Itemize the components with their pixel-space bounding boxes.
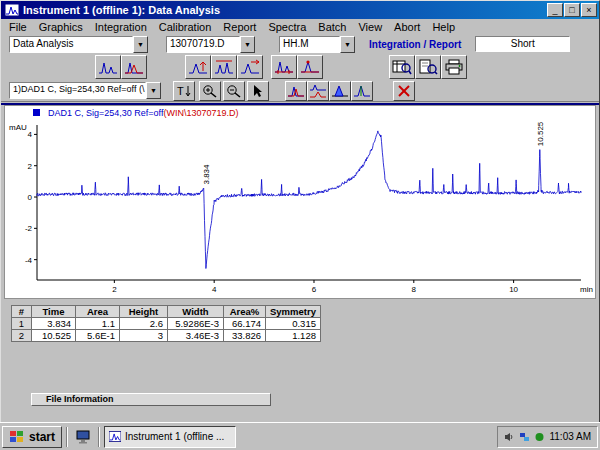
baseline-display-button[interactable] [351,81,373,101]
network-icon[interactable] [519,432,530,442]
start-button[interactable]: start [2,426,62,448]
app-icon [5,4,19,16]
results-header-cell: Symmetry [266,306,321,318]
chromatogram-trace [37,131,581,269]
signal-compare-button[interactable] [211,55,237,79]
method-selector[interactable]: HH.M ▼ [279,36,355,53]
chevron-down-icon[interactable]: ▼ [340,36,355,53]
signal-selector[interactable]: 1)DAD1 C, Sig=254,30 Ref=off (\ ▼ [9,82,161,99]
results-header-cell: Width [168,306,224,318]
close-button[interactable]: × [581,3,597,17]
report-style-field[interactable]: Short [475,36,570,52]
results-cell: 66.174 [224,318,266,330]
quicklaunch-button[interactable] [72,426,94,448]
document-magnifier-icon [418,59,438,75]
report-view-button[interactable] [415,55,441,79]
file-information-bar[interactable]: File Information [31,393,271,406]
results-cell: 5.9286E-3 [168,318,224,330]
peak-baseline-icon [353,84,371,98]
results-cell: 1.128 [266,330,321,342]
desktop-icon [75,430,91,444]
signal-shift-button[interactable] [237,55,263,79]
menu-abort[interactable]: Abort [388,20,426,34]
menu-spectra[interactable]: Spectra [262,20,312,34]
chromatogram-plot[interactable]: mAU-4-2024246810min3.83410.525 [5,119,595,296]
integration-events-icon [300,59,320,75]
minimize-button[interactable]: _ [547,3,563,17]
table-row[interactable]: 13.8341.12.65.9286E-366.1740.315 [12,318,321,330]
stacked-peaks-icon [309,84,327,98]
auto-integrate-button[interactable] [271,55,297,79]
section-label: Integration / Report [369,39,461,50]
taskbar-divider [98,427,100,447]
toolbar-row-1: Data Analysis ▼ 13070719.D ▼ HH.M ▼ Inte… [1,34,599,54]
menu-help[interactable]: Help [426,20,461,34]
view-selector-value[interactable]: Data Analysis [9,36,133,53]
chevron-down-icon[interactable]: ▼ [240,36,255,53]
results-cell: 1.1 [76,318,120,330]
status-icon[interactable] [534,432,545,442]
pointer-tool-button[interactable] [247,81,269,101]
data-file-selector[interactable]: 13070719.D ▼ [166,36,255,53]
filled-peak-icon [331,84,349,98]
table-row[interactable]: 210.5255.6E-133.46E-333.8261.128 [12,330,321,342]
load-signal-button[interactable] [95,55,121,79]
chart-file-label: (WIN\13070719.D) [163,108,238,118]
cursor-arrow-icon [250,84,266,98]
results-header-cell: Area [76,306,120,318]
x-axis-unit: min [580,285,593,294]
results-header-cell: Time [32,306,76,318]
app-icon [109,431,121,442]
results-header-cell: Height [120,306,168,318]
overlay-mode-button[interactable] [285,81,307,101]
results-cell: 3 [120,330,168,342]
menu-file[interactable]: File [3,20,33,34]
signal-color-icon [33,109,40,116]
signal-options-button[interactable] [185,55,211,79]
y-tick-label: 0 [28,193,33,202]
results-header-cell: # [12,306,32,318]
fill-peaks-button[interactable] [329,81,351,101]
title-bar[interactable]: Instrument 1 (offline 1): Data Analysis … [1,1,599,19]
task-button-label: Instrument 1 (offline ... [125,431,224,442]
app-window: Instrument 1 (offline 1): Data Analysis … [0,0,600,422]
signal-selector-value[interactable]: 1)DAD1 C, Sig=254,30 Ref=off (\ [9,82,146,99]
overlay-signal-button[interactable] [121,55,147,79]
menu-bar: FileGraphicsIntegrationCalibrationReport… [1,19,599,34]
task-button-instrument[interactable]: Instrument 1 (offline ... [104,426,236,448]
chevron-down-icon[interactable]: ▼ [146,82,161,99]
integration-events-button[interactable] [297,55,323,79]
peak-up-arrow-icon [188,59,208,75]
y-tick-label: -4 [25,256,33,265]
integration-results-table: #TimeAreaHeightWidthArea%Symmetry13.8341… [11,305,321,342]
results-cell: 10.525 [32,330,76,342]
maximize-button[interactable]: □ [564,3,580,17]
volume-icon[interactable] [504,432,515,442]
y-axis-unit: mAU [9,123,27,132]
menu-calibration[interactable]: Calibration [153,20,218,34]
delete-button[interactable] [393,81,415,101]
annotate-button[interactable]: T [173,81,195,101]
print-report-button[interactable] [441,55,467,79]
clock: 11:03 AM [549,431,591,442]
report-preview-button[interactable] [389,55,415,79]
chevron-down-icon[interactable]: ▼ [133,36,148,53]
menu-report[interactable]: Report [217,20,262,34]
integration-icon [274,59,294,75]
x-tick-label: 2 [112,285,117,294]
zoom-out-button[interactable] [223,81,245,101]
method-value[interactable]: HH.M [279,36,340,53]
separate-mode-button[interactable] [307,81,329,101]
menu-batch[interactable]: Batch [312,20,352,34]
overlay-peaks-icon [287,84,305,98]
zoom-in-button[interactable] [199,81,221,101]
data-file-value[interactable]: 13070719.D [166,36,240,53]
view-selector[interactable]: Data Analysis ▼ [9,36,148,53]
menu-integration[interactable]: Integration [89,20,153,34]
results-cell: 0.315 [266,318,321,330]
chromatogram-icon [98,59,118,75]
menu-view[interactable]: View [352,20,388,34]
menu-graphics[interactable]: Graphics [33,20,89,34]
toolbar-row-3: 1)DAD1 C, Sig=254,30 Ref=off (\ ▼ T [1,80,599,102]
svg-text:T: T [177,85,184,97]
